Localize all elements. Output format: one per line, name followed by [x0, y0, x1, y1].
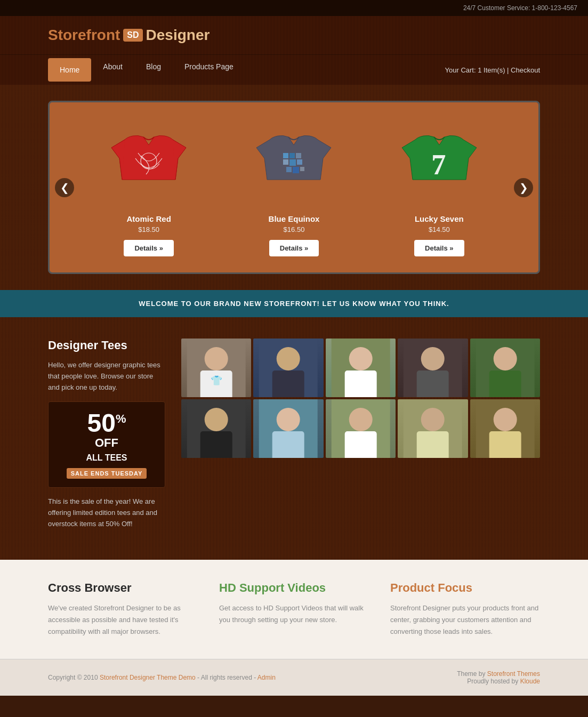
svg-rect-1 — [283, 153, 288, 158]
photo-cell-4 — [398, 339, 468, 397]
svg-point-31 — [277, 408, 300, 431]
svg-rect-5 — [289, 159, 296, 166]
slider-items: Atomic Red $18.50 Details » — [82, 118, 506, 256]
logo-storefront: Storefront — [48, 27, 120, 44]
sale-off: OFF — [57, 436, 156, 450]
slider-container: ❮ — [48, 101, 540, 274]
nav-item-about[interactable]: About — [91, 55, 134, 85]
logo: Storefront SD Designer — [48, 27, 540, 44]
photo-cell-10 — [470, 399, 540, 458]
customer-service-text: 24/7 Customer Service: 1-800-123-4567 — [463, 4, 577, 12]
slider-prev-button[interactable]: ❮ — [55, 178, 74, 197]
photo-cell-1: 👕 — [181, 339, 251, 397]
svg-rect-20 — [344, 370, 376, 397]
feature-1-text: We've created Storefront Designer to be … — [48, 602, 198, 638]
designer-tees-heading: Designer Tees — [48, 339, 165, 352]
footer-host-link[interactable]: Kloude — [520, 678, 540, 685]
svg-point-28 — [205, 408, 228, 431]
svg-text:👕: 👕 — [211, 375, 223, 386]
welcome-banner: WELCOME TO OUR BRAND NEW STOREFRONT! LET… — [0, 290, 588, 317]
tshirt-svg-2: 7 — [397, 118, 482, 209]
svg-rect-7 — [286, 167, 292, 172]
photo-cell-6 — [181, 399, 251, 458]
svg-point-37 — [421, 408, 445, 431]
svg-text:7: 7 — [431, 148, 446, 181]
main-content: Designer Tees Hello, we offer designer g… — [0, 317, 588, 560]
feature-3-title: Product Focus — [390, 581, 540, 595]
svg-rect-6 — [297, 159, 302, 165]
svg-rect-9 — [300, 167, 304, 171]
intro-text: Hello, we offer designer graphic tees th… — [48, 360, 165, 393]
svg-point-19 — [349, 347, 372, 370]
slider-item-2-price: $14.50 — [372, 225, 506, 233]
feature-col-3: Product Focus Storefront Designer puts y… — [390, 581, 540, 638]
photo-cell-5 — [470, 339, 540, 397]
logo-badge: SD — [123, 29, 142, 42]
feature-3-text: Storefront Designer puts your products f… — [390, 602, 540, 638]
nav-bar: Home About Blog Products Page Your Cart:… — [0, 54, 588, 85]
features-section: Cross Browser We've created Storefront D… — [0, 560, 588, 659]
slider-item-1: Blue Equinox $16.50 Details » — [227, 118, 361, 256]
footer-site-link[interactable]: Storefront Designer Theme Demo — [100, 674, 196, 681]
svg-point-25 — [493, 347, 517, 370]
slider-next-button[interactable]: ❯ — [514, 178, 533, 197]
tshirt-svg-1 — [251, 118, 336, 209]
slider-item-2-name: Lucky Seven — [372, 214, 506, 223]
slider-item-0: Atomic Red $18.50 Details » — [82, 118, 216, 256]
svg-rect-4 — [283, 159, 288, 165]
slider-item-0-details-button[interactable]: Details » — [124, 240, 173, 256]
svg-rect-3 — [296, 153, 301, 158]
svg-rect-29 — [200, 431, 232, 458]
slider-item-2-details-button[interactable]: Details » — [414, 240, 464, 256]
svg-rect-26 — [489, 370, 521, 397]
svg-rect-32 — [272, 431, 304, 458]
svg-rect-8 — [293, 167, 299, 173]
sale-percent: 50% — [57, 410, 156, 436]
feature-col-1: Cross Browser We've created Storefront D… — [48, 581, 198, 638]
slider-item-1-price: $16.50 — [227, 225, 361, 233]
svg-rect-38 — [417, 431, 449, 458]
footer-admin-link[interactable]: Admin — [257, 674, 276, 681]
sale-all-tees: ALL TEES — [57, 453, 156, 463]
photo-grid: 👕 — [181, 339, 540, 458]
svg-rect-35 — [344, 431, 376, 458]
feature-1-title: Cross Browser — [48, 581, 198, 595]
nav-items: Home About Blog Products Page — [48, 55, 245, 85]
nav-item-home[interactable]: Home — [48, 58, 91, 82]
svg-point-22 — [421, 347, 445, 370]
nav-item-products[interactable]: Products Page — [173, 55, 245, 85]
footer-left: Copyright © 2010 Storefront Designer The… — [48, 674, 276, 681]
slider-section: ❮ — [0, 85, 588, 290]
photo-cell-3 — [326, 339, 396, 397]
slider-item-1-name: Blue Equinox — [227, 214, 361, 223]
photo-cell-2 — [253, 339, 323, 397]
footer: Copyright © 2010 Storefront Designer The… — [0, 659, 588, 696]
slider-item-0-price: $18.50 — [82, 225, 216, 233]
slider-item-1-details-button[interactable]: Details » — [269, 240, 319, 256]
svg-point-40 — [493, 408, 517, 431]
left-column: Designer Tees Hello, we offer designer g… — [48, 339, 165, 538]
footer-theme-link[interactable]: Storefront Themes — [487, 670, 540, 678]
tshirt-svg-0 — [106, 118, 191, 209]
footer-right: Theme by Storefront Themes Proudly hoste… — [457, 670, 540, 685]
nav-item-blog[interactable]: Blog — [134, 55, 173, 85]
right-column: 👕 — [181, 339, 540, 538]
sale-box: 50% OFF ALL TEES SALE ENDS TUESDAY — [48, 401, 165, 488]
slider-item-2: 7 Lucky Seven $14.50 Details » — [372, 118, 506, 256]
photo-cell-8 — [326, 399, 396, 458]
svg-rect-23 — [417, 370, 449, 397]
feature-2-title: HD Support Videos — [219, 581, 369, 595]
top-bar: 24/7 Customer Service: 1-800-123-4567 — [0, 0, 588, 16]
slider-item-0-name: Atomic Red — [82, 214, 216, 223]
sale-ends: SALE ENDS TUESDAY — [67, 468, 147, 479]
svg-point-34 — [349, 408, 372, 431]
feature-2-text: Get access to HD Support Videos that wil… — [219, 602, 369, 626]
sale-body-text: This is the sale of the year! We are off… — [48, 496, 165, 529]
svg-rect-2 — [289, 153, 295, 158]
nav-cart[interactable]: Your Cart: 1 Item(s) | Checkout — [445, 66, 540, 74]
svg-point-12 — [205, 347, 228, 370]
svg-rect-17 — [272, 370, 304, 397]
feature-col-2: HD Support Videos Get access to HD Suppo… — [219, 581, 369, 638]
svg-rect-41 — [489, 431, 521, 458]
svg-point-16 — [277, 347, 300, 370]
